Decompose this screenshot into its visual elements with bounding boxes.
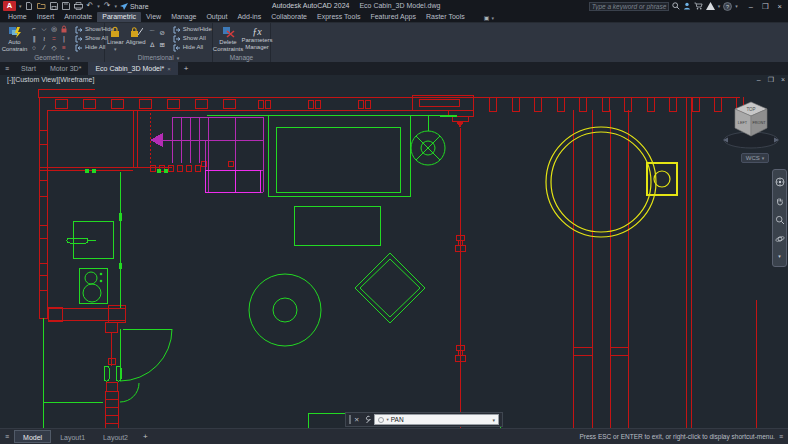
doc-tab-close-icon[interactable]: × <box>167 66 171 72</box>
perpendicular-constraint-icon[interactable]: ⌐ <box>29 24 39 34</box>
floor-plan-drawing[interactable] <box>0 75 788 428</box>
tab-annotate[interactable]: Annotate <box>59 12 97 22</box>
navbar-more-caret-icon[interactable]: ▾ <box>778 253 781 259</box>
autodesk-account-icon[interactable] <box>706 2 715 10</box>
search-input[interactable]: Type a keyword or phrase <box>589 2 669 11</box>
layout-menu-icon[interactable]: ≡ <box>0 433 14 440</box>
undo-icon[interactable]: ↶ <box>87 2 94 10</box>
navigation-bar[interactable]: ▾ <box>772 169 787 267</box>
undo-caret-icon[interactable]: ▾ <box>97 3 100 9</box>
wcs-dropdown[interactable]: WCS ▾ <box>741 153 769 163</box>
symmetric-constraint-icon[interactable]: ◇ <box>49 43 59 53</box>
aligned-constraint-button[interactable]: Aligned <box>126 24 146 53</box>
doc-tab-eco-cabin[interactable]: Eco Cabin_3D Model* × <box>88 62 177 75</box>
new-layout-button[interactable]: + <box>137 432 154 441</box>
dim-show-hide-button[interactable]: Show/Hide <box>173 26 212 34</box>
save-icon[interactable] <box>50 2 58 10</box>
command-close-icon[interactable]: ✕ <box>354 416 359 424</box>
door-leaf[interactable] <box>120 329 172 381</box>
viewport-controls-label[interactable]: [-][Custom View][Wireframe] <box>7 76 94 83</box>
logo-caret-icon[interactable]: ▾ <box>19 3 22 9</box>
manage-panel-label[interactable]: Manage <box>213 53 270 62</box>
save-as-icon[interactable] <box>62 2 70 10</box>
ribbon-display-toggle[interactable]: ▣▾ <box>484 14 494 22</box>
help-icon[interactable]: ? <box>723 2 732 11</box>
new-drawing-button[interactable]: + <box>178 62 195 75</box>
auto-constrain-button[interactable]: Auto Constrain <box>2 24 27 53</box>
doc-tab-start[interactable]: Start <box>14 62 43 75</box>
drawing-canvas[interactable]: [-][Custom View][Wireframe] – ❐ × TOP LE… <box>0 75 788 428</box>
view-cube[interactable]: TOP LEFT FRONT <box>719 96 783 156</box>
account-caret-icon[interactable]: ▾ <box>718 3 721 9</box>
layout1-tab[interactable]: Layout1 <box>51 430 94 443</box>
collinear-constraint-icon[interactable]: ⁄ <box>39 43 49 53</box>
red-walls[interactable] <box>38 89 756 428</box>
command-history-icon[interactable] <box>378 417 384 423</box>
autocad-logo[interactable]: A <box>3 1 16 11</box>
tab-view[interactable]: View <box>141 12 166 22</box>
command-grip-handle[interactable] <box>349 415 351 424</box>
concentric-constraint-icon[interactable]: ◎ <box>49 24 59 34</box>
vertical-constraint-icon[interactable]: ❘ <box>59 34 69 44</box>
redo-caret-icon[interactable]: ▾ <box>114 3 117 9</box>
tab-manage[interactable]: Manage <box>166 12 201 22</box>
navigation-wheel-icon[interactable] <box>775 177 785 187</box>
horizontal-constraint-icon[interactable]: ≡ <box>59 43 69 53</box>
hot-tub-yellow[interactable] <box>546 127 677 237</box>
tab-parametric[interactable]: Parametric <box>97 12 141 22</box>
fix-constraint-icon[interactable] <box>59 24 69 34</box>
plot-printer-icon[interactable] <box>74 2 83 10</box>
new-file-icon[interactable] <box>25 2 33 10</box>
tab-insert[interactable]: Insert <box>32 12 60 22</box>
diameter-constraint-icon[interactable]: ⊘ <box>158 27 167 38</box>
minimize-button[interactable]: – <box>749 2 753 11</box>
tab-raster-tools[interactable]: Raster Tools <box>421 12 470 22</box>
pan-hand-icon[interactable] <box>775 196 785 206</box>
open-folder-icon[interactable] <box>37 2 46 10</box>
command-dropdown-icon[interactable]: ▾ <box>492 417 495 423</box>
tangent-constraint-icon[interactable]: ⌵ <box>39 24 49 34</box>
command-customize-wrench-icon[interactable] <box>362 415 371 424</box>
model-tab[interactable]: Model <box>14 430 51 443</box>
redo-icon[interactable]: ↷ <box>104 2 111 10</box>
close-button[interactable]: × <box>778 2 782 11</box>
status-customize-icon[interactable]: ≡ <box>779 433 788 440</box>
parameters-manager-button[interactable]: ƒx Parameters Manager <box>243 24 271 53</box>
help-caret-icon[interactable]: ▾ <box>735 3 738 9</box>
drawing-minimize-button[interactable]: – <box>757 76 761 84</box>
command-input[interactable]: ▾ PAN ▾ <box>374 414 499 425</box>
tab-output[interactable]: Output <box>201 12 232 22</box>
diamond-chair[interactable] <box>355 253 425 323</box>
dimensional-panel-label[interactable]: Dimensional ▾ <box>105 53 212 62</box>
delete-constraints-button[interactable]: Delete Constraints <box>215 24 241 53</box>
equal-constraint-icon[interactable]: = <box>49 34 59 44</box>
dim-show-all-button[interactable]: Show All <box>173 35 212 43</box>
dim-hide-all-button[interactable]: Hide All <box>173 44 212 52</box>
zoom-icon[interactable] <box>775 215 785 225</box>
drawing-close-button[interactable]: × <box>781 76 785 84</box>
smooth-constraint-icon[interactable]: ≀ <box>39 34 49 44</box>
tab-collaborate[interactable]: Collaborate <box>266 12 312 22</box>
orbit-icon[interactable] <box>775 234 785 244</box>
radial-constraint-icon[interactable]: ⌒ <box>148 27 157 38</box>
linear-constraint-button[interactable]: Linear ▾ <box>107 24 124 53</box>
tab-featured-apps[interactable]: Featured Apps <box>365 12 421 22</box>
tab-add-ins[interactable]: Add-ins <box>232 12 266 22</box>
round-rug[interactable] <box>249 274 321 346</box>
restore-button[interactable]: ❐ <box>762 2 769 11</box>
drawing-restore-button[interactable]: ❐ <box>768 76 774 84</box>
staircase-magenta[interactable] <box>150 117 263 192</box>
parallel-constraint-icon[interactable]: ∥ <box>29 34 39 44</box>
stove-outline[interactable] <box>79 268 107 303</box>
angular-constraint-icon[interactable]: ∆ <box>148 39 157 50</box>
sign-in-user-icon[interactable] <box>683 2 691 10</box>
command-line-bar[interactable]: ✕ ▾ PAN ▾ <box>345 412 503 427</box>
convert-constraint-icon[interactable]: ⊞ <box>158 39 167 50</box>
geometric-panel-label[interactable]: Geometric ▾ <box>0 53 104 62</box>
green-furniture[interactable] <box>43 115 500 428</box>
search-icon[interactable] <box>672 2 680 10</box>
coincident-constraint-icon[interactable]: ○ <box>29 43 39 53</box>
viewcube-left-face[interactable]: LEFT <box>738 121 748 125</box>
doc-tab-menu-icon[interactable]: ≡ <box>0 62 14 75</box>
doc-tab-motor3d[interactable]: Motor 3D* <box>43 62 89 75</box>
